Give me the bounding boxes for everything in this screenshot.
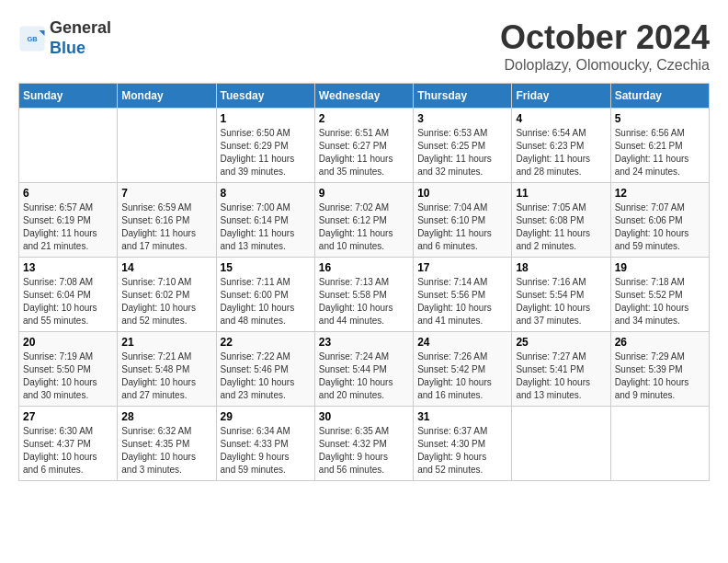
day-number: 5 [615, 112, 705, 125]
calendar-cell: 11Sunrise: 7:05 AM Sunset: 6:08 PM Dayli… [512, 183, 610, 258]
calendar-cell: 5Sunrise: 6:56 AM Sunset: 6:21 PM Daylig… [610, 109, 709, 183]
calendar-cell: 23Sunrise: 7:24 AM Sunset: 5:44 PM Dayli… [314, 332, 413, 407]
day-info: Sunrise: 7:00 AM Sunset: 6:14 PM Dayligh… [221, 201, 311, 253]
calendar-cell [610, 407, 709, 481]
calendar-cell: 3Sunrise: 6:53 AM Sunset: 6:25 PM Daylig… [414, 109, 512, 183]
day-number: 26 [615, 336, 705, 349]
day-number: 27 [23, 410, 113, 423]
day-number: 17 [417, 261, 507, 274]
page-header: GB General Blue October 2024 Doloplazy, … [18, 18, 710, 74]
day-number: 28 [121, 410, 211, 423]
calendar-table: SundayMondayTuesdayWednesdayThursdayFrid… [18, 83, 710, 481]
day-info: Sunrise: 7:08 AM Sunset: 6:04 PM Dayligh… [23, 276, 113, 327]
calendar-cell: 14Sunrise: 7:10 AM Sunset: 6:02 PM Dayli… [118, 258, 216, 332]
day-number: 8 [221, 187, 311, 200]
day-number: 6 [23, 187, 113, 200]
day-info: Sunrise: 7:16 AM Sunset: 5:54 PM Dayligh… [516, 276, 606, 327]
day-number: 10 [417, 187, 507, 200]
calendar-cell: 25Sunrise: 7:27 AM Sunset: 5:41 PM Dayli… [512, 332, 610, 407]
day-number: 11 [516, 187, 606, 200]
day-info: Sunrise: 7:10 AM Sunset: 6:02 PM Dayligh… [121, 276, 211, 327]
logo-icon: GB [18, 25, 46, 52]
weekday-header: Monday [118, 84, 216, 109]
calendar-cell: 13Sunrise: 7:08 AM Sunset: 6:04 PM Dayli… [19, 258, 118, 332]
day-info: Sunrise: 7:22 AM Sunset: 5:46 PM Dayligh… [221, 350, 311, 402]
calendar-cell: 28Sunrise: 6:32 AM Sunset: 4:35 PM Dayli… [118, 407, 216, 481]
day-number: 13 [23, 261, 113, 274]
weekday-header-row: SundayMondayTuesdayWednesdayThursdayFrid… [19, 84, 710, 109]
calendar-week-row: 13Sunrise: 7:08 AM Sunset: 6:04 PM Dayli… [19, 258, 710, 332]
day-number: 22 [221, 336, 311, 349]
day-number: 4 [516, 112, 606, 125]
day-info: Sunrise: 7:27 AM Sunset: 5:41 PM Dayligh… [516, 350, 606, 402]
day-number: 29 [221, 410, 311, 423]
day-number: 31 [417, 410, 507, 423]
day-info: Sunrise: 6:56 AM Sunset: 6:21 PM Dayligh… [615, 127, 705, 178]
day-info: Sunrise: 6:30 AM Sunset: 4:37 PM Dayligh… [23, 425, 113, 477]
calendar-cell: 9Sunrise: 7:02 AM Sunset: 6:12 PM Daylig… [314, 183, 413, 258]
weekday-header: Sunday [19, 84, 118, 109]
weekday-header: Tuesday [216, 84, 314, 109]
calendar-week-row: 1Sunrise: 6:50 AM Sunset: 6:29 PM Daylig… [19, 109, 710, 183]
day-number: 19 [615, 261, 705, 274]
day-number: 18 [516, 261, 606, 274]
calendar-cell: 30Sunrise: 6:35 AM Sunset: 4:32 PM Dayli… [314, 407, 413, 481]
calendar-cell: 17Sunrise: 7:14 AM Sunset: 5:56 PM Dayli… [414, 258, 512, 332]
day-number: 16 [319, 261, 409, 274]
day-info: Sunrise: 7:02 AM Sunset: 6:12 PM Dayligh… [319, 201, 409, 253]
day-number: 20 [23, 336, 113, 349]
day-info: Sunrise: 6:54 AM Sunset: 6:23 PM Dayligh… [516, 127, 606, 178]
day-info: Sunrise: 6:35 AM Sunset: 4:32 PM Dayligh… [319, 425, 409, 477]
day-info: Sunrise: 7:24 AM Sunset: 5:44 PM Dayligh… [319, 350, 409, 402]
day-info: Sunrise: 6:53 AM Sunset: 6:25 PM Dayligh… [417, 127, 507, 178]
calendar-cell: 19Sunrise: 7:18 AM Sunset: 5:52 PM Dayli… [610, 258, 709, 332]
day-number: 7 [121, 187, 211, 200]
calendar-cell: 2Sunrise: 6:51 AM Sunset: 6:27 PM Daylig… [314, 109, 413, 183]
calendar-week-row: 27Sunrise: 6:30 AM Sunset: 4:37 PM Dayli… [19, 407, 710, 481]
calendar-cell: 21Sunrise: 7:21 AM Sunset: 5:48 PM Dayli… [118, 332, 216, 407]
day-number: 2 [319, 112, 409, 125]
calendar-cell [512, 407, 610, 481]
day-info: Sunrise: 7:14 AM Sunset: 5:56 PM Dayligh… [417, 276, 507, 327]
day-number: 1 [221, 112, 311, 125]
day-info: Sunrise: 6:51 AM Sunset: 6:27 PM Dayligh… [319, 127, 409, 178]
calendar-cell [19, 109, 118, 183]
calendar-cell: 27Sunrise: 6:30 AM Sunset: 4:37 PM Dayli… [19, 407, 118, 481]
day-number: 30 [319, 410, 409, 423]
calendar-cell: 20Sunrise: 7:19 AM Sunset: 5:50 PM Dayli… [19, 332, 118, 407]
calendar-cell: 26Sunrise: 7:29 AM Sunset: 5:39 PM Dayli… [610, 332, 709, 407]
day-info: Sunrise: 6:37 AM Sunset: 4:30 PM Dayligh… [417, 425, 507, 477]
day-number: 14 [121, 261, 211, 274]
day-info: Sunrise: 6:34 AM Sunset: 4:33 PM Dayligh… [221, 425, 311, 477]
svg-text:GB: GB [27, 35, 38, 43]
location-subtitle: Doloplazy, Olomoucky, Czechia [500, 57, 710, 74]
calendar-cell: 8Sunrise: 7:00 AM Sunset: 6:14 PM Daylig… [216, 183, 314, 258]
logo-name-blue: Blue [50, 39, 111, 59]
day-number: 25 [516, 336, 606, 349]
calendar-cell: 24Sunrise: 7:26 AM Sunset: 5:42 PM Dayli… [414, 332, 512, 407]
calendar-cell: 15Sunrise: 7:11 AM Sunset: 6:00 PM Dayli… [216, 258, 314, 332]
title-block: October 2024 Doloplazy, Olomoucky, Czech… [500, 18, 710, 74]
weekday-header: Saturday [610, 84, 709, 109]
calendar-cell [118, 109, 216, 183]
day-info: Sunrise: 6:50 AM Sunset: 6:29 PM Dayligh… [221, 127, 311, 178]
day-info: Sunrise: 7:26 AM Sunset: 5:42 PM Dayligh… [417, 350, 507, 402]
calendar-cell: 31Sunrise: 6:37 AM Sunset: 4:30 PM Dayli… [414, 407, 512, 481]
day-number: 24 [417, 336, 507, 349]
calendar-cell: 29Sunrise: 6:34 AM Sunset: 4:33 PM Dayli… [216, 407, 314, 481]
day-number: 23 [319, 336, 409, 349]
day-info: Sunrise: 6:57 AM Sunset: 6:19 PM Dayligh… [23, 201, 113, 253]
day-number: 3 [417, 112, 507, 125]
calendar-cell: 4Sunrise: 6:54 AM Sunset: 6:23 PM Daylig… [512, 109, 610, 183]
calendar-cell: 18Sunrise: 7:16 AM Sunset: 5:54 PM Dayli… [512, 258, 610, 332]
day-number: 21 [121, 336, 211, 349]
calendar-cell: 6Sunrise: 6:57 AM Sunset: 6:19 PM Daylig… [19, 183, 118, 258]
day-info: Sunrise: 7:11 AM Sunset: 6:00 PM Dayligh… [221, 276, 311, 327]
calendar-week-row: 6Sunrise: 6:57 AM Sunset: 6:19 PM Daylig… [19, 183, 710, 258]
weekday-header: Wednesday [314, 84, 413, 109]
weekday-header: Friday [512, 84, 610, 109]
day-number: 15 [221, 261, 311, 274]
calendar-cell: 22Sunrise: 7:22 AM Sunset: 5:46 PM Dayli… [216, 332, 314, 407]
calendar-cell: 16Sunrise: 7:13 AM Sunset: 5:58 PM Dayli… [314, 258, 413, 332]
day-info: Sunrise: 7:18 AM Sunset: 5:52 PM Dayligh… [615, 276, 705, 327]
